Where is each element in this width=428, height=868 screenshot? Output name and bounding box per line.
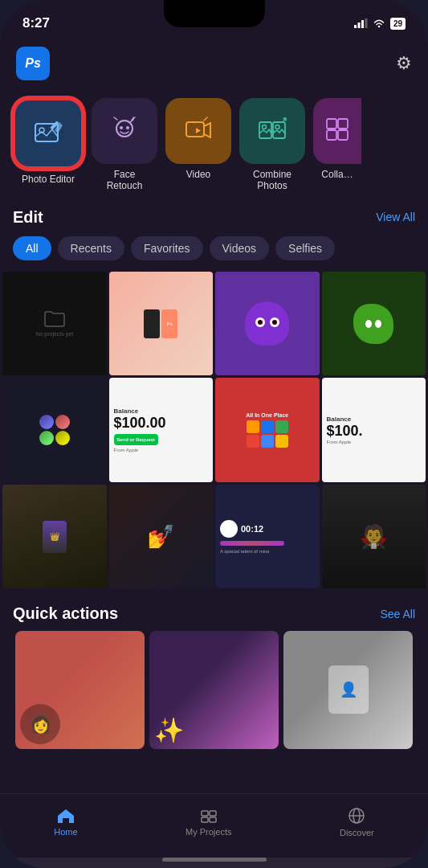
app-header: Ps ⚙ [0, 40, 428, 90]
quick-actions-grid: 👩 ✨ 👤 [13, 631, 415, 748]
grid-cell-dark-portrait[interactable]: 🧛 [322, 485, 426, 589]
see-all-link[interactable]: See All [380, 608, 415, 620]
features-row: Photo Editor FaceRetouch [0, 90, 428, 205]
grid-cell-throne[interactable]: 👑 [2, 485, 107, 589]
folder-icon [43, 310, 66, 328]
settings-button[interactable]: ⚙ [396, 53, 412, 74]
nav-item-discover[interactable]: Discover [340, 807, 374, 837]
battery-indicator: 29 [390, 18, 406, 30]
combine-photos-icon [257, 116, 287, 146]
svg-rect-19 [202, 811, 208, 816]
feature-item-video[interactable]: Video [165, 98, 231, 192]
svg-rect-10 [186, 122, 204, 137]
svg-rect-18 [338, 130, 348, 140]
grid-cell-audio[interactable]: ▶ 00:12 A special talent of mine [215, 485, 320, 589]
ps-logo[interactable]: Ps [16, 47, 50, 80]
collage-icon-wrap[interactable] [313, 98, 361, 164]
collage-icon [325, 116, 349, 146]
projects-icon [200, 808, 218, 824]
tab-videos[interactable]: Videos [210, 236, 270, 260]
filter-tabs: All Recents Favorites Videos Selfies [0, 236, 428, 272]
feature-item-collage[interactable]: Colla… [313, 98, 361, 192]
home-indicator [162, 858, 267, 862]
grid-cell-cash-right[interactable]: Balance $100. From Apple [322, 378, 426, 482]
svg-rect-0 [354, 25, 357, 28]
status-time: 8:27 [22, 15, 50, 31]
face-retouch-label: FaceRetouch [107, 169, 143, 192]
svg-rect-21 [202, 817, 208, 822]
grid-cell-all-in-one[interactable]: All In One Place [215, 378, 320, 482]
notch [164, 0, 265, 27]
images-grid-row3: 👑 💅 ▶ 00:12 A special talent of [0, 485, 428, 589]
svg-rect-2 [361, 20, 364, 28]
svg-point-8 [120, 126, 123, 129]
feature-item-face-retouch[interactable]: FaceRetouch [92, 98, 157, 192]
video-icon [183, 116, 214, 146]
combine-photos-label: CombinePhotos [253, 169, 291, 192]
nav-label-discover: Discover [340, 828, 374, 837]
grid-cell-empty[interactable]: No projects yet [2, 272, 107, 376]
nav-item-my-projects[interactable]: My Projects [185, 808, 231, 837]
svg-rect-20 [210, 811, 216, 816]
nav-label-my-projects: My Projects [185, 827, 231, 837]
view-all-link[interactable]: View All [376, 211, 415, 223]
qa-cell-2[interactable]: ✨ [149, 631, 279, 748]
phone-frame: 8:27 29 Ps ⚙ [0, 0, 428, 868]
video-icon-wrap[interactable] [165, 98, 231, 164]
bottom-nav: Home My Projects Discover [0, 793, 428, 858]
tab-selfies[interactable]: Selfies [275, 236, 335, 260]
grid-cell-pink[interactable]: Ps [109, 272, 214, 376]
svg-rect-1 [357, 23, 360, 28]
grid-cell-purple-monster[interactable] [215, 272, 320, 376]
discover-icon [348, 807, 365, 825]
face-retouch-icon [109, 116, 140, 146]
edit-section-title: Edit [13, 208, 43, 227]
images-grid-row2: Balance $100.00 Send or Request From App… [0, 378, 428, 482]
collage-label: Colla… [321, 169, 353, 180]
feature-item-combine-photos[interactable]: CombinePhotos [239, 98, 305, 192]
combine-photos-icon-wrap[interactable] [239, 98, 305, 164]
qa-cell-1[interactable]: 👩 [15, 631, 145, 748]
video-label: Video [186, 169, 210, 180]
tab-recents[interactable]: Recents [58, 236, 124, 260]
nav-item-home[interactable]: Home [54, 808, 77, 837]
quick-actions-header: Quick actions See All [13, 604, 415, 631]
signal-icon [354, 18, 368, 28]
photo-editor-icon [31, 116, 66, 151]
wifi-icon [373, 18, 385, 28]
svg-point-7 [116, 121, 132, 137]
home-icon [57, 808, 75, 824]
svg-point-13 [263, 125, 267, 129]
quick-actions-section: Quick actions See All 👩 ✨ 👤 [0, 593, 428, 755]
svg-rect-3 [365, 18, 367, 28]
grid-cell-nails[interactable]: 💅 [109, 485, 214, 589]
svg-rect-17 [327, 130, 336, 140]
quick-actions-title: Quick actions [13, 604, 118, 623]
status-icons: 29 [354, 18, 406, 30]
photo-editor-label: Photo Editor [22, 174, 75, 185]
grid-cell-dark-circles[interactable] [2, 378, 107, 482]
grid-cell-cash[interactable]: Balance $100.00 Send or Request From App… [109, 378, 214, 482]
qa-cell-3[interactable]: 👤 [283, 631, 413, 748]
tab-favorites[interactable]: Favorites [131, 236, 203, 260]
main-content: Photo Editor FaceRetouch [0, 90, 428, 793]
svg-point-14 [275, 125, 279, 129]
feature-item-photo-editor[interactable]: Photo Editor [13, 98, 84, 192]
grid-cell-green-monster[interactable] [322, 272, 426, 376]
svg-rect-15 [327, 119, 336, 129]
tab-all[interactable]: All [13, 236, 51, 260]
svg-rect-16 [338, 119, 348, 129]
images-grid-row1: No projects yet Ps [0, 272, 428, 376]
svg-rect-22 [210, 817, 216, 822]
face-retouch-icon-wrap[interactable] [92, 98, 157, 164]
edit-section-header: Edit View All [0, 205, 428, 236]
svg-point-9 [126, 126, 129, 129]
photo-editor-icon-wrap[interactable] [13, 98, 84, 169]
nav-label-home: Home [54, 827, 77, 837]
